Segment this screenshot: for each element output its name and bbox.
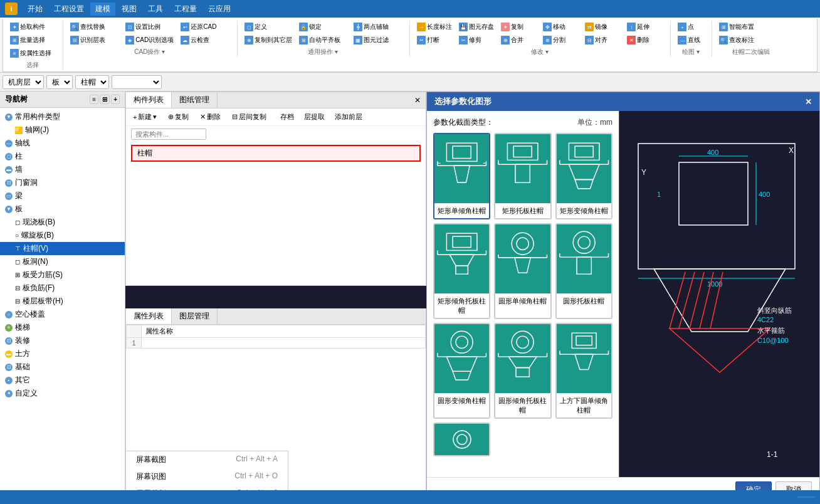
btn-extend[interactable]: ↕延伸 [624, 21, 665, 33]
props-tab-layer[interactable]: 图层管理 [172, 308, 218, 324]
shape-card-5[interactable]: 圆形单倾角柱帽 [494, 223, 551, 319]
tree-item-floor-band[interactable]: ⊟ 楼层板带(H) [0, 295, 125, 308]
btn-copy-to-floor[interactable]: ⊕ 复制到其它层 [241, 34, 295, 46]
btn-mirror[interactable]: ⇌镜像 [582, 21, 623, 33]
menu-view[interactable]: 视图 [117, 3, 142, 16]
nav-list-view[interactable]: ≡ [90, 95, 98, 104]
btn-merge[interactable]: ⊕合并 [498, 34, 539, 46]
tree-item-axis-line[interactable]: — 轴线 [0, 137, 125, 150]
btn-check-dim[interactable]: 🔍查改标注 [716, 34, 786, 46]
shape-card-7[interactable]: 圆形变倾角柱帽 [433, 323, 490, 419]
btn-lock[interactable]: 🔒 锁定 [296, 21, 350, 33]
tree-item-other[interactable]: • 其它 [0, 374, 125, 387]
tree-category-common[interactable]: ▼ 常用构件类型 [0, 110, 125, 123]
shape-svg-10 [437, 426, 487, 454]
btn-id-layer[interactable]: ⊟ 识别层表 [67, 34, 122, 46]
btn-move[interactable]: ✥移动 [540, 21, 581, 33]
nav-tree-view[interactable]: ⊞ [100, 95, 110, 104]
btn-layer-copy[interactable]: ⊟ 层间复制 [228, 110, 271, 123]
nav-add[interactable]: + [111, 95, 120, 104]
ctx-screenshot[interactable]: 屏幕截图 Ctrl + Alt + A [126, 451, 288, 468]
tree-item-cast-slab[interactable]: ◻ 现浇板(B) [0, 216, 125, 229]
btn-align[interactable]: ⊟对齐 [582, 34, 623, 46]
btn-point[interactable]: •点 [675, 21, 707, 33]
floor-select[interactable]: 机房层 [3, 75, 44, 89]
btn-element-filter[interactable]: ▦ 图元过滤 [350, 34, 404, 46]
btn-two-axis[interactable]: ╋ 两点辅轴 [350, 21, 404, 33]
tree-item-decor[interactable]: ⊡ 装修 [0, 334, 125, 347]
tree-item-wall[interactable]: ▬ 墙 [0, 163, 125, 176]
tree-item-earthwork[interactable]: ▬ 土方 [0, 347, 125, 360]
btn-break[interactable]: ✂打断 [414, 34, 455, 46]
btn-split[interactable]: ⊗分割 [540, 34, 581, 46]
tree-item-beam[interactable]: ▭ 梁 [0, 189, 125, 202]
param-dialog-close[interactable]: ✕ [805, 97, 812, 107]
menu-project-settings[interactable]: 工程设置 [49, 3, 89, 16]
shape-card-4[interactable]: 矩形倾角托板柱帽 [433, 223, 490, 319]
btn-save-elem[interactable]: 💾图元存盘 [456, 21, 497, 33]
menu-start[interactable]: 开始 [23, 3, 48, 16]
comp-tab-drawing[interactable]: 图纸管理 [172, 92, 218, 108]
btn-find-replace[interactable]: 🔍 查找替换 [67, 21, 122, 33]
tree-item-hollow[interactable]: ○ 空心楼盖 [0, 308, 125, 321]
btn-retrieve-comp[interactable]: 层提取 [300, 110, 329, 123]
shape-card-6[interactable]: 圆形托板柱帽 [555, 223, 612, 319]
btn-cloud-check[interactable]: ☁ 云检查 [177, 34, 232, 46]
btn-copy-comp[interactable]: ⊕ 复制 [164, 110, 193, 123]
tree-item-slab[interactable]: ▼ 板 [0, 202, 125, 216]
menu-cloud[interactable]: 云应用 [203, 3, 236, 16]
btn-define[interactable]: ◻ 定义 [241, 21, 295, 33]
btn-restore-cad[interactable]: ↩ 还原CAD [177, 21, 232, 33]
btn-smart-layout[interactable]: ⊞智能布置 [716, 21, 786, 33]
tree-item-column[interactable]: ◻ 柱 [0, 150, 125, 163]
btn-cad-recog[interactable]: ◈ CAD识别选项 [122, 34, 177, 46]
svg-point-33 [517, 238, 528, 249]
btn-pick-component[interactable]: ✦ 拾取构件 [7, 21, 58, 33]
tree-item-slab-rebar[interactable]: ⊞ 板受力筋(S) [0, 268, 125, 281]
props-col-name: 属性名称 [142, 325, 426, 338]
tree-item-stair[interactable]: ≡ 楼梯 [0, 321, 125, 334]
comp-panel-close-btn[interactable]: ✕ [409, 93, 426, 107]
tree-item-spiral-slab[interactable]: ○ 螺旋板(B) [0, 229, 125, 242]
btn-select-by-attr[interactable]: ≡ 按属性选择 [7, 47, 58, 60]
tree-item-slab-hole[interactable]: ◻ 板洞(N) [0, 255, 125, 268]
btn-set-scale[interactable]: ⊡ 设置比例 [122, 21, 177, 33]
shape-card-9[interactable]: 上方下圆单倾角柱帽 [555, 323, 612, 419]
comp-tab-list[interactable]: 构件列表 [126, 92, 172, 108]
btn-new-comp[interactable]: + 新建 ▾ [129, 110, 161, 123]
shape-svg-5 [495, 229, 550, 289]
menu-quantity[interactable]: 工程量 [169, 3, 202, 16]
tree-item-axis-grid[interactable]: ⊞ 轴网(J) [0, 123, 125, 137]
menu-build[interactable]: 建模 [90, 3, 115, 16]
btn-save-comp[interactable]: 存档 [276, 110, 298, 123]
btn-dim[interactable]: ↔长度标注 [414, 21, 455, 33]
status-btn[interactable] [797, 496, 815, 498]
ctx-screen-recog[interactable]: 屏幕识图 Ctrl + Alt + O [126, 468, 288, 485]
tree-item-slab-neg[interactable]: ⊟ 板负筋(F) [0, 281, 125, 295]
btn-trim[interactable]: ✂修剪 [456, 34, 497, 46]
tree-item-column-cap[interactable]: ⊤ 柱帽(V) [0, 242, 125, 255]
btn-batch-select[interactable]: ⊞ 批量选择 [7, 34, 58, 46]
btn-add-layer[interactable]: 添加前层 [330, 110, 367, 123]
btn-auto-align[interactable]: ⊞ 自动平齐板 [296, 34, 350, 46]
shape-card-8[interactable]: 圆形倾角托板柱帽 [494, 323, 551, 419]
shape-card-10[interactable] [433, 423, 490, 456]
tree-item-custom[interactable]: ✦ 自定义 [0, 387, 125, 400]
search-area [126, 126, 426, 142]
tree-item-door[interactable]: ⊡ 门窗洞 [0, 176, 125, 189]
btn-line[interactable]: —直线 [675, 34, 707, 46]
type-select-1[interactable]: 板 [46, 75, 73, 89]
btn-copy[interactable]: ✦复制 [498, 21, 539, 33]
shape-card-1[interactable]: 矩形单倾角柱帽 [433, 133, 490, 219]
type-select-2[interactable]: 柱帽 [75, 75, 109, 89]
type-select-3[interactable] [112, 75, 162, 89]
btn-delete-comp[interactable]: ✕ 删除 [196, 110, 225, 123]
shape-card-2[interactable]: 矩形托板柱帽 [494, 133, 551, 219]
comp-item-column-cap[interactable]: 柱帽 [131, 145, 421, 162]
btn-delete[interactable]: ✕删除 [624, 34, 665, 46]
tree-item-foundation[interactable]: ⊡ 基础 [0, 360, 125, 374]
menu-tools[interactable]: 工具 [143, 3, 168, 16]
shape-card-3[interactable]: 矩形变倾角柱帽 [555, 133, 612, 219]
props-tab-list[interactable]: 属性列表 [126, 308, 172, 324]
search-input[interactable] [131, 129, 206, 140]
